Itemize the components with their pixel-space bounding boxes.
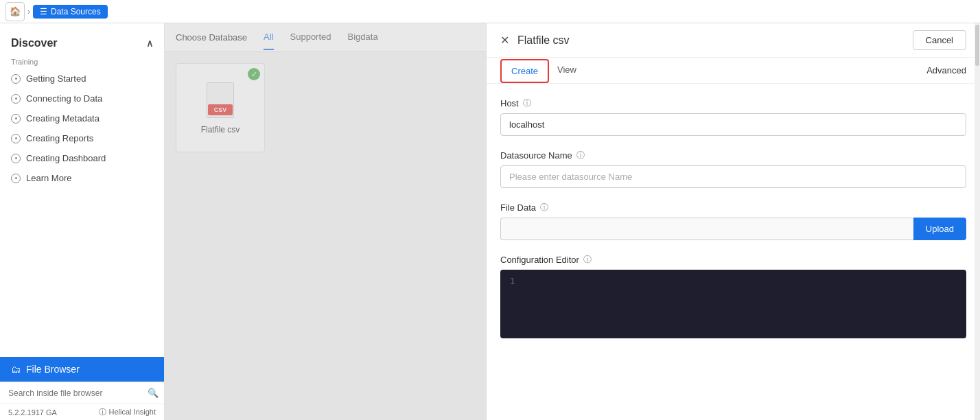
sidebar-discover-header: Discover ∧ <box>0 29 164 55</box>
host-label-text: Host <box>500 98 519 108</box>
metadata-icon <box>11 114 21 124</box>
breadcrumb-chevron: › <box>27 7 30 16</box>
panel-close-button[interactable]: ✕ <box>500 34 509 47</box>
connecting-label: Connecting to Data <box>26 93 102 104</box>
panel-tabs: Create View Advanced <box>487 58 980 84</box>
datasources-label: Data Sources <box>51 7 101 16</box>
config-editor[interactable]: 1 <box>500 270 966 338</box>
content-area: Choose Database All Supported Bigdata ✓ … <box>165 23 486 420</box>
panel-form: Host ⓘ Datasource Name ⓘ File Data ⓘ <box>487 84 980 420</box>
sidebar-item-learn-more[interactable]: Learn More <box>0 168 164 188</box>
panel-scrollbar-thumb[interactable] <box>975 25 979 66</box>
config-line-numbers: 1 <box>510 277 515 331</box>
discover-label: Discover <box>11 37 58 49</box>
learn-more-icon <box>11 174 21 183</box>
sidebar: Discover ∧ Training Getting Started Conn… <box>0 23 165 420</box>
host-label: Host ⓘ <box>500 97 966 109</box>
file-data-field: File Data ⓘ Upload <box>500 202 966 240</box>
panel-header: ✕ Flatfile csv Cancel <box>487 23 980 58</box>
datasource-name-input[interactable] <box>500 165 966 188</box>
panel-title: Flatfile csv <box>517 34 570 47</box>
learn-more-label: Learn More <box>26 173 71 183</box>
main-layout: Discover ∧ Training Getting Started Conn… <box>0 23 980 420</box>
host-input[interactable] <box>500 113 966 136</box>
brand-name: Helical Insight <box>109 408 156 416</box>
datasources-icon: ☰ <box>40 7 47 16</box>
discover-collapse-icon[interactable]: ∧ <box>146 38 153 49</box>
sidebar-item-creating-dashboard[interactable]: Creating Dashboard <box>0 148 164 168</box>
sidebar-item-creating-metadata[interactable]: Creating Metadata <box>0 108 164 128</box>
line-number-1: 1 <box>510 277 515 286</box>
host-field: Host ⓘ <box>500 97 966 136</box>
file-data-label: File Data ⓘ <box>500 202 966 213</box>
search-bar: 🔍 <box>0 382 164 404</box>
sidebar-item-creating-reports[interactable]: Creating Reports <box>0 128 164 148</box>
home-icon: 🏠 <box>10 6 21 16</box>
file-browser-icon: 🗂 <box>11 364 21 375</box>
getting-started-label: Getting Started <box>26 73 86 84</box>
getting-started-icon <box>11 74 21 84</box>
panel-title-row: ✕ Flatfile csv <box>500 34 570 47</box>
top-nav: 🏠 › ☰ Data Sources <box>0 0 980 23</box>
cancel-button[interactable]: Cancel <box>913 30 966 50</box>
datasource-name-help-icon[interactable]: ⓘ <box>576 150 585 161</box>
file-data-row: Upload <box>500 218 966 240</box>
advanced-link[interactable]: Advanced <box>926 65 966 75</box>
datasource-name-label-text: Datasource Name <box>500 150 572 161</box>
search-input[interactable] <box>0 383 142 404</box>
reports-label: Creating Reports <box>26 133 93 143</box>
home-button[interactable]: 🏠 <box>5 2 25 21</box>
file-data-label-text: File Data <box>500 202 536 213</box>
dashboard-label: Creating Dashboard <box>26 153 106 163</box>
sidebar-item-connecting-to-data[interactable]: Connecting to Data <box>0 89 164 108</box>
upload-button[interactable]: Upload <box>913 218 966 240</box>
config-editor-field: Configuration Editor ⓘ 1 <box>500 254 966 338</box>
file-browser-bar[interactable]: 🗂 File Browser <box>0 357 164 382</box>
sidebar-item-getting-started[interactable]: Getting Started <box>0 69 164 89</box>
metadata-label: Creating Metadata <box>26 113 100 124</box>
config-editor-label-text: Configuration Editor <box>500 255 579 265</box>
search-icon[interactable]: 🔍 <box>142 382 164 404</box>
brand-text: ⓘ Helical Insight <box>99 407 156 417</box>
file-data-input[interactable] <box>500 218 913 240</box>
file-browser-label: File Browser <box>26 364 80 375</box>
dashboard-icon <box>11 154 21 163</box>
sidebar-training-label: Training <box>0 55 164 69</box>
panel-scrollbar[interactable] <box>975 23 980 420</box>
connecting-icon <box>11 94 21 104</box>
reports-icon <box>11 134 21 143</box>
tab-view[interactable]: View <box>555 58 587 83</box>
right-panel: ✕ Flatfile csv Cancel Create View Advanc… <box>486 23 980 420</box>
version-bar: 5.2.2.1917 GA ⓘ Helical Insight <box>0 404 164 420</box>
config-editor-label: Configuration Editor ⓘ <box>500 254 966 266</box>
datasource-name-field: Datasource Name ⓘ <box>500 150 966 188</box>
config-content[interactable] <box>523 277 957 331</box>
host-help-icon[interactable]: ⓘ <box>523 97 531 109</box>
datasource-name-label: Datasource Name ⓘ <box>500 150 966 161</box>
config-editor-help-icon[interactable]: ⓘ <box>583 254 592 266</box>
datasources-breadcrumb[interactable]: ☰ Data Sources <box>33 5 108 19</box>
brand-icon: ⓘ <box>99 408 106 416</box>
modal-overlay <box>165 23 486 420</box>
tab-create[interactable]: Create <box>500 59 549 83</box>
version-text: 5.2.2.1917 GA <box>8 408 57 417</box>
file-data-help-icon[interactable]: ⓘ <box>540 202 548 213</box>
sidebar-section: Discover ∧ Training Getting Started Conn… <box>0 23 164 357</box>
